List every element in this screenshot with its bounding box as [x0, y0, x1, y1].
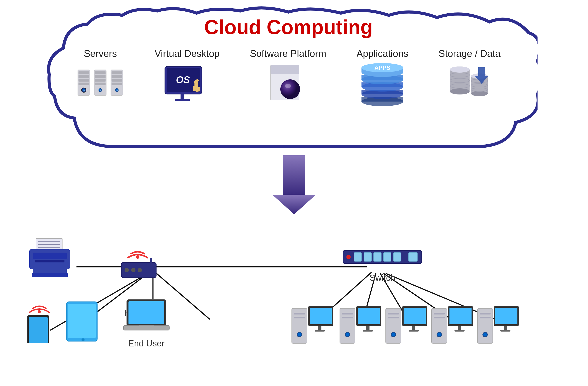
svg-rect-2 — [79, 75, 89, 78]
svg-rect-122 — [315, 330, 325, 332]
svg-rect-85 — [33, 253, 67, 259]
svg-rect-109 — [364, 253, 372, 261]
svg-rect-112 — [393, 253, 401, 261]
svg-rect-105 — [139, 325, 154, 326]
desktop-3 — [385, 304, 428, 357]
phone-device — [22, 300, 57, 343]
svg-text:APPS: APPS — [375, 65, 390, 71]
svg-rect-12 — [95, 75, 105, 78]
printer-device — [26, 236, 77, 280]
svg-rect-86 — [35, 260, 64, 262]
svg-rect-19 — [112, 71, 122, 74]
svg-rect-154 — [480, 317, 491, 318]
svg-text:⏻: ⏻ — [116, 90, 118, 91]
svg-rect-156 — [495, 308, 517, 324]
svg-rect-4 — [79, 83, 89, 85]
svg-rect-153 — [480, 313, 491, 315]
svg-rect-20 — [112, 75, 122, 78]
svg-rect-130 — [366, 326, 370, 330]
svg-point-98 — [125, 268, 129, 272]
svg-rect-22 — [112, 83, 122, 85]
svg-rect-37 — [271, 65, 299, 74]
svg-point-61 — [471, 91, 488, 96]
svg-rect-117 — [294, 313, 305, 315]
svg-rect-158 — [500, 330, 510, 332]
virtual-desktop-icon: OS — [163, 63, 211, 107]
svg-rect-138 — [404, 308, 426, 324]
svg-point-55 — [450, 67, 470, 73]
svg-rect-145 — [434, 317, 445, 318]
desktop-5 — [476, 304, 520, 357]
switch-label: Switch — [370, 273, 395, 283]
svg-rect-35 — [175, 99, 190, 101]
cloud-item-virtual-desktop: Virtual Desktop OS — [155, 48, 220, 107]
svg-point-38 — [280, 79, 300, 99]
svg-rect-21 — [112, 79, 122, 82]
cloud-items: Servers — [39, 48, 538, 107]
svg-rect-121 — [318, 326, 321, 330]
tablet-device — [63, 300, 103, 343]
applications-icon: APPS — [358, 63, 406, 107]
svg-point-107 — [346, 255, 351, 259]
svg-rect-33 — [198, 87, 200, 91]
svg-rect-101 — [150, 258, 152, 263]
cloud-item-applications: Applications — [357, 48, 408, 107]
diagram-container: Cloud Computing Servers — [0, 0, 588, 386]
desktop-2 — [339, 304, 382, 357]
cloud-section: Cloud Computing Servers — [39, 4, 538, 162]
svg-point-116 — [298, 333, 301, 336]
cloud-to-network-arrow — [270, 155, 318, 217]
storage-data-icon — [445, 63, 494, 107]
svg-point-39 — [285, 84, 291, 88]
svg-rect-91 — [29, 317, 48, 343]
svg-rect-129 — [358, 308, 380, 324]
servers-label: Servers — [84, 48, 117, 59]
svg-point-134 — [392, 333, 395, 336]
svg-rect-149 — [455, 330, 464, 332]
svg-rect-118 — [294, 317, 305, 318]
cloud-item-servers: Servers — [76, 48, 124, 107]
desktop-1 — [291, 304, 334, 357]
applications-label: Applications — [357, 48, 408, 59]
svg-rect-103 — [128, 301, 164, 324]
svg-rect-126 — [342, 313, 353, 315]
cloud-item-software-platform: Software Platform — [250, 48, 326, 107]
switch-device: Switch — [341, 245, 424, 283]
svg-rect-108 — [354, 253, 362, 261]
svg-rect-104 — [124, 325, 169, 330]
svg-point-95 — [82, 338, 84, 341]
svg-rect-94 — [68, 304, 96, 338]
svg-rect-67 — [283, 155, 305, 195]
svg-point-89 — [38, 310, 41, 313]
svg-rect-136 — [388, 317, 399, 318]
cloud-item-storage-data: Storage / Data — [439, 48, 501, 107]
svg-text:OS: OS — [176, 74, 190, 85]
svg-rect-3 — [79, 79, 89, 82]
svg-text:⏻: ⏻ — [100, 90, 101, 91]
desktop-4 — [430, 304, 474, 357]
svg-marker-68 — [272, 195, 316, 214]
svg-point-125 — [346, 333, 349, 336]
svg-rect-11 — [95, 71, 105, 74]
svg-rect-157 — [504, 326, 507, 330]
svg-rect-113 — [409, 253, 417, 261]
svg-rect-127 — [342, 317, 353, 318]
storage-data-label: Storage / Data — [439, 48, 501, 59]
svg-rect-14 — [95, 83, 105, 85]
svg-rect-111 — [383, 253, 391, 261]
svg-point-152 — [483, 333, 487, 336]
svg-rect-120 — [310, 308, 332, 324]
svg-rect-32 — [195, 87, 198, 92]
svg-point-100 — [138, 268, 142, 272]
svg-rect-31 — [193, 86, 196, 91]
virtual-desktop-label: Virtual Desktop — [155, 48, 220, 59]
svg-rect-135 — [388, 313, 399, 315]
svg-rect-140 — [409, 330, 419, 332]
software-platform-label: Software Platform — [250, 48, 326, 59]
svg-point-54 — [450, 88, 470, 94]
svg-rect-13 — [95, 79, 105, 82]
svg-rect-131 — [363, 330, 373, 332]
servers-icon: ⏻ ⏻ — [76, 63, 124, 107]
network-section: Router End User — [0, 214, 588, 386]
svg-rect-1 — [79, 71, 89, 74]
